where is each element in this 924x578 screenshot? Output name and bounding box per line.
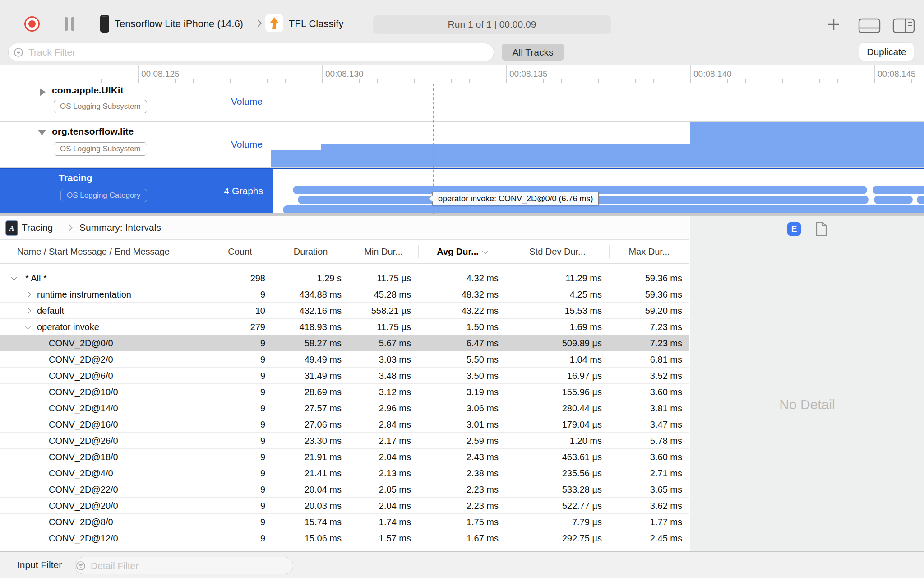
table-row[interactable]: CONV_2D@2/0949.49 ms3.03 ms5.50 ms1.04 m… (0, 351, 689, 368)
table-row[interactable]: CONV_2D@22/0920.04 ms2.05 ms2.23 ms533.2… (0, 481, 689, 498)
track-tracing-label[interactable]: Tracing OS Logging Category 4 Graphs (0, 169, 271, 213)
cell-name: CONV_2D@2/0 (0, 354, 208, 365)
volume-bar[interactable] (690, 122, 924, 167)
column-header[interactable]: Count (208, 247, 273, 257)
toggle-right-panel-button[interactable] (892, 18, 915, 34)
table-row[interactable]: operator invoke279418.93 ms11.75 µs1.50 … (0, 319, 689, 335)
cell-max: 7.23 ms (609, 338, 689, 349)
detail-filter-input[interactable]: Detail Filter (75, 557, 293, 574)
interval-bar[interactable] (283, 205, 924, 213)
table-row[interactable]: CONV_2D@4/0921.41 ms2.13 ms2.38 ms235.56… (0, 465, 689, 481)
table-row[interactable]: runtime instrumentation9434.88 ms45.28 m… (0, 286, 689, 303)
timeline-ruler[interactable]: 00:08.12500:08.13000:08.13500:08.14000:0… (0, 65, 924, 83)
cell-std: 7.79 µs (506, 517, 609, 527)
volume-bar[interactable] (321, 144, 690, 167)
track-badge: OS Logging Subsystem (54, 100, 147, 113)
cell-avg: 6.47 ms (418, 338, 506, 349)
breadcrumb-tracing[interactable]: Tracing (22, 222, 53, 233)
cell-duration: 49.49 ms (273, 354, 349, 365)
column-header[interactable]: Duration (273, 247, 349, 257)
table-row[interactable]: CONV_2D@18/0921.91 ms2.04 ms2.43 ms463.6… (0, 449, 689, 465)
duplicate-button[interactable]: Duplicate (859, 42, 914, 61)
ruler-tick (377, 79, 378, 83)
ruler-tick (28, 79, 28, 83)
volume-bar[interactable] (271, 150, 321, 167)
disclosure-collapsed-icon[interactable] (40, 88, 46, 96)
cell-name: CONV_2D@6/0 (0, 371, 208, 381)
track-measure-link[interactable]: Volume (231, 96, 263, 107)
track-tracing-selected[interactable]: operator invoke: CONV_2D@0/0 (6.76 ms) T… (0, 168, 924, 214)
cell-max: 2.71 ms (609, 468, 689, 479)
ruler-label: 00:08.125 (141, 69, 180, 79)
table-row[interactable]: CONV_2D@10/0928.69 ms3.12 ms3.19 ms155.9… (0, 384, 689, 400)
cell-avg: 43.22 ms (418, 306, 506, 316)
record-button[interactable] (24, 16, 40, 32)
table-row[interactable]: CONV_2D@16/0927.06 ms2.84 ms3.01 ms179.0… (0, 416, 689, 433)
column-header[interactable]: Name / Start Message / End Message (0, 247, 208, 257)
table-row[interactable]: CONV_2D@0/0958.27 ms5.67 ms6.47 ms509.89… (0, 335, 689, 351)
table-row[interactable]: * All *2981.29 s11.75 µs4.32 ms11.29 ms5… (0, 270, 689, 286)
expander-down-icon[interactable] (11, 274, 17, 280)
detail-filter-placeholder: Detail Filter (91, 560, 139, 571)
cell-std: 522.77 µs (506, 501, 609, 511)
tensorflow-app-icon (265, 14, 283, 32)
ruler-tick (727, 79, 728, 83)
target-selector[interactable]: TFL Classify (289, 18, 343, 30)
cell-name: runtime instrumentation (0, 289, 208, 300)
track-badge: OS Logging Category (60, 189, 147, 202)
extended-detail-tab[interactable]: E (787, 222, 801, 236)
table-row[interactable]: CONV_2D@14/0927.57 ms2.96 ms3.06 ms280.4… (0, 400, 689, 416)
expander-right-icon[interactable] (25, 308, 31, 314)
track-measure-link[interactable]: Volume (231, 139, 263, 150)
disclosure-expanded-icon[interactable] (38, 130, 46, 135)
column-header[interactable]: Std Dev Dur... (506, 247, 609, 257)
track-measure-link[interactable]: 4 Graphs (224, 186, 263, 196)
track-filter-input[interactable]: Track Filter (8, 43, 494, 61)
breadcrumb-summary-intervals[interactable]: Summary: Intervals (79, 222, 161, 233)
table-row[interactable]: CONV_2D@6/0931.49 ms3.48 ms3.50 ms16.97 … (0, 368, 689, 384)
table-row[interactable]: default10432.16 ms558.21 µs43.22 ms15.53… (0, 303, 689, 319)
pause-button[interactable] (65, 17, 74, 31)
add-instrument-button[interactable] (826, 16, 842, 33)
cell-avg: 3.50 ms (418, 371, 506, 381)
ruler-tick (9, 79, 9, 83)
ruler-tick (635, 79, 636, 83)
device-selector[interactable]: Tensorflow Lite iPhone (14.6) (115, 18, 243, 30)
track-tensorflow-label[interactable]: org.tensorflow.lite OS Logging Subsystem… (0, 122, 271, 167)
chevron-right-icon (255, 20, 262, 27)
cell-std: 179.04 µs (506, 420, 609, 430)
cell-avg: 1.75 ms (418, 517, 506, 527)
cell-name: default (0, 306, 208, 316)
interval-bar[interactable] (874, 196, 913, 204)
track-tensorflow[interactable]: org.tensorflow.lite OS Logging Subsystem… (0, 122, 924, 168)
cell-count: 9 (208, 338, 273, 349)
document-icon[interactable] (815, 221, 827, 237)
ruler-tick (322, 79, 323, 83)
expander-down-icon[interactable] (25, 323, 31, 329)
svg-text:A: A (9, 224, 14, 232)
table-row[interactable]: CONV_2D@12/0915.06 ms1.57 ms1.67 ms292.7… (0, 530, 689, 546)
cell-std: 533.28 µs (506, 485, 609, 495)
table-row[interactable]: CONV_2D@8/0915.74 ms1.74 ms1.75 ms7.79 µ… (0, 514, 689, 530)
cell-max: 2.45 ms (609, 533, 689, 544)
table-row[interactable]: CONV_2D@20/0920.03 ms2.04 ms2.23 ms522.7… (0, 498, 689, 514)
expander-right-icon[interactable] (25, 291, 31, 298)
interval-bar[interactable] (873, 186, 924, 194)
column-header[interactable]: Max Dur... (609, 247, 689, 257)
interval-bar[interactable] (917, 196, 924, 204)
track-uikit[interactable]: com.apple.UIKit OS Logging Subsystem Vol… (0, 84, 924, 122)
cell-std: 235.56 µs (506, 468, 609, 479)
track-uikit-timeline[interactable] (271, 84, 924, 121)
track-tracing-timeline[interactable]: operator invoke: CONV_2D@0/0 (6.76 ms) (271, 169, 924, 213)
track-tensorflow-timeline[interactable] (271, 122, 924, 167)
ruler-tick (396, 79, 396, 83)
all-tracks-button[interactable]: All Tracks (502, 44, 564, 61)
table-row[interactable]: CONV_2D@26/0923.30 ms2.17 ms2.59 ms1.20 … (0, 433, 689, 449)
ruler-tick (193, 79, 194, 83)
column-header[interactable]: Avg Dur... (418, 247, 506, 257)
ruler-tick (157, 79, 157, 83)
track-uikit-label[interactable]: com.apple.UIKit OS Logging Subsystem Vol… (0, 84, 271, 121)
toggle-bottom-panel-button[interactable] (858, 18, 881, 34)
cell-duration: 58.27 ms (273, 338, 349, 349)
column-header[interactable]: Min Dur... (349, 247, 418, 257)
